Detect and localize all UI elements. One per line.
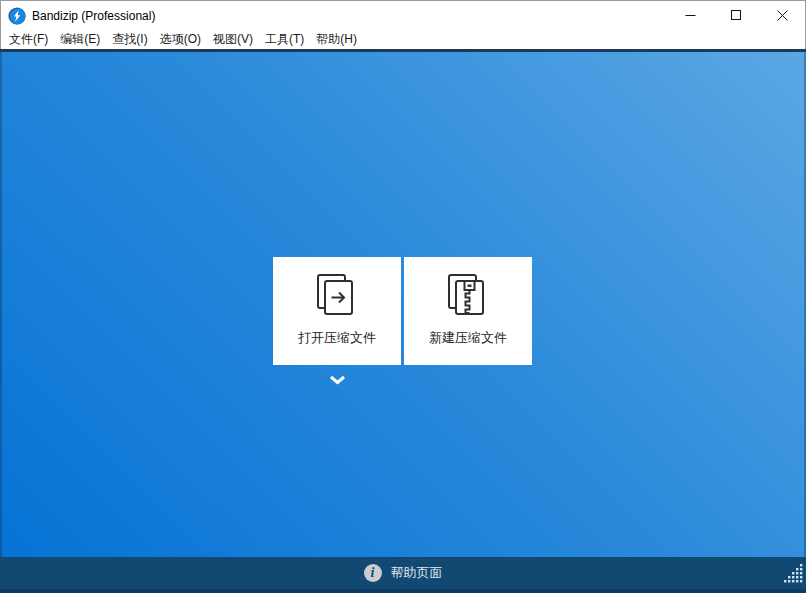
close-button[interactable] [759, 1, 805, 30]
open-archive-label: 打开压缩文件 [298, 329, 376, 347]
caption-buttons [667, 1, 805, 30]
new-archive-button[interactable]: 新建压缩文件 [404, 257, 532, 365]
window-title: Bandizip (Professional) [32, 9, 155, 23]
menu-item-view[interactable]: 视图(V) [207, 30, 259, 49]
new-archive-label: 新建压缩文件 [429, 329, 507, 347]
bandizip-window: Bandizip (Professional) 文件(F) 编辑(E) 查找(I… [0, 0, 806, 593]
help-statusbar[interactable]: i 帮助页面 [0, 557, 806, 593]
menu-item-edit[interactable]: 编辑(E) [54, 30, 106, 49]
menu-item-options[interactable]: 选项(O) [154, 30, 207, 49]
resize-grip-icon[interactable] [784, 564, 803, 587]
info-icon: i [364, 564, 382, 582]
bandizip-logo-icon [8, 7, 26, 25]
close-icon [777, 10, 788, 21]
new-archive-icon [440, 268, 496, 326]
main-area: 打开压缩文件 新建压缩文件 [0, 52, 806, 557]
menu-item-file[interactable]: 文件(F) [3, 30, 54, 49]
menu-item-find[interactable]: 查找(I) [106, 30, 153, 49]
menu-item-help[interactable]: 帮助(H) [310, 30, 363, 49]
minimize-icon [685, 10, 696, 21]
minimize-button[interactable] [667, 1, 713, 30]
chevron-down-icon[interactable] [329, 371, 346, 381]
maximize-button[interactable] [713, 1, 759, 30]
maximize-icon [731, 10, 742, 21]
open-archive-button[interactable]: 打开压缩文件 [273, 257, 401, 365]
help-page-label: 帮助页面 [391, 564, 443, 582]
menubar: 文件(F) 编辑(E) 查找(I) 选项(O) 视图(V) 工具(T) 帮助(H… [0, 30, 806, 49]
titlebar: Bandizip (Professional) [0, 0, 806, 30]
open-archive-icon [309, 268, 365, 326]
menu-item-tools[interactable]: 工具(T) [259, 30, 310, 49]
